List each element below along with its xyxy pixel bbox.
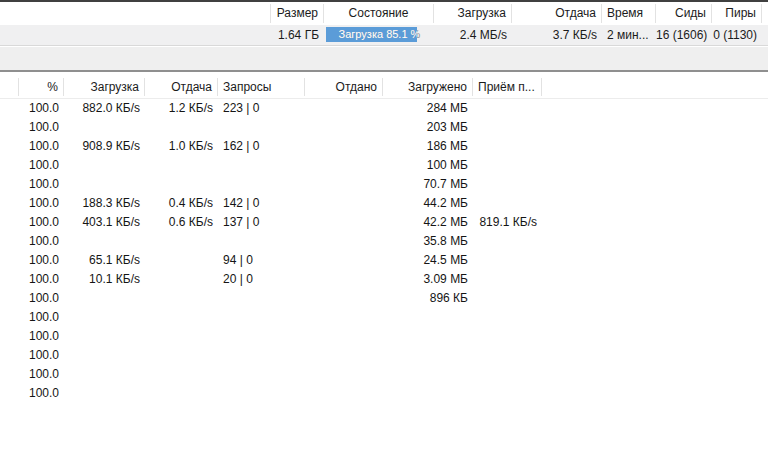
peer-download-speed-cell bbox=[64, 384, 145, 403]
peer-percent-cell: 100.0 bbox=[19, 251, 64, 270]
peer-download-speed-cell: 908.9 КБ/s bbox=[64, 137, 145, 156]
peer-row-filler bbox=[542, 175, 768, 194]
peer-downloaded-cell: 42.2 МБ bbox=[383, 213, 473, 232]
peer-row[interactable]: 100.0 bbox=[0, 365, 768, 384]
peer-download-speed-cell: 188.3 КБ/s bbox=[64, 194, 145, 213]
peer-requests-cell bbox=[218, 118, 305, 137]
peer-row-filler bbox=[542, 156, 768, 175]
peer-row-lead-cell bbox=[0, 365, 19, 384]
peer-row[interactable]: 100.0908.9 КБ/s1.0 КБ/s162 | 0186 МБ bbox=[0, 137, 768, 156]
peer-row-lead-cell bbox=[0, 213, 19, 232]
peer-upload-speed-cell bbox=[145, 346, 218, 365]
peer-column-header-downloaded[interactable]: Загружено bbox=[383, 78, 473, 96]
peer-row[interactable]: 100.010.1 КБ/s20 | 03.09 МБ bbox=[0, 270, 768, 289]
peer-upload-speed-cell bbox=[145, 308, 218, 327]
peer-row[interactable]: 100.0 bbox=[0, 346, 768, 365]
torrent-status-cell: Загрузка 85.1 % Загрузка 85.1 % bbox=[324, 25, 434, 45]
peer-dl-rate-cell bbox=[473, 384, 542, 403]
column-header-time[interactable]: Время bbox=[602, 4, 656, 23]
peer-downloaded-cell: 70.7 МБ bbox=[383, 175, 473, 194]
peer-row-lead-cell bbox=[0, 289, 19, 308]
peer-upload-speed-cell bbox=[145, 327, 218, 346]
peer-row[interactable]: 100.0100 МБ bbox=[0, 156, 768, 175]
peer-row-lead-cell bbox=[0, 194, 19, 213]
peer-row-lead-cell bbox=[0, 346, 19, 365]
peer-column-header-upload[interactable]: Отдача bbox=[145, 78, 218, 96]
peer-uploaded-cell bbox=[305, 251, 383, 270]
peer-row[interactable]: 100.0 bbox=[0, 308, 768, 327]
peer-row[interactable]: 100.0 bbox=[0, 327, 768, 346]
peer-uploaded-cell bbox=[305, 308, 383, 327]
peer-column-header-empty[interactable] bbox=[0, 78, 19, 96]
column-header-name-empty[interactable] bbox=[0, 4, 271, 23]
peer-dl-rate-cell bbox=[473, 194, 542, 213]
peer-table-header: % Загрузка Отдача Запросы Отдано Загруже… bbox=[0, 76, 768, 99]
peer-requests-cell: 162 | 0 bbox=[218, 137, 305, 156]
peer-row-filler bbox=[542, 118, 768, 137]
peer-uploaded-cell bbox=[305, 137, 383, 156]
peer-download-speed-cell bbox=[64, 327, 145, 346]
peer-downloaded-cell: 896 КБ bbox=[383, 289, 473, 308]
peer-upload-speed-cell: 0.6 КБ/s bbox=[145, 213, 218, 232]
column-header-upload[interactable]: Отдача bbox=[512, 4, 602, 23]
peer-upload-speed-cell bbox=[145, 175, 218, 194]
peer-row[interactable]: 100.065.1 КБ/s94 | 024.5 МБ bbox=[0, 251, 768, 270]
peer-requests-cell bbox=[218, 156, 305, 175]
peer-column-header-percent[interactable]: % bbox=[19, 78, 64, 96]
peer-row-filler bbox=[542, 232, 768, 251]
peer-row-lead-cell bbox=[0, 99, 19, 118]
peer-row-filler bbox=[542, 308, 768, 327]
peer-percent-cell: 100.0 bbox=[19, 137, 64, 156]
peer-row[interactable]: 100.070.7 МБ bbox=[0, 175, 768, 194]
peer-column-header-peer-dl-rate[interactable]: Приём п... bbox=[473, 78, 542, 96]
peer-requests-cell bbox=[218, 327, 305, 346]
peer-row[interactable]: 100.0403.1 КБ/s0.6 КБ/s137 | 042.2 МБ819… bbox=[0, 213, 768, 232]
peer-column-header-requests[interactable]: Запросы bbox=[218, 78, 305, 96]
peer-column-header-uploaded[interactable]: Отдано bbox=[305, 78, 383, 96]
torrent-eta-cell: 2 мин... bbox=[602, 25, 656, 45]
peer-percent-cell: 100.0 bbox=[19, 346, 64, 365]
torrent-name-cell bbox=[0, 25, 271, 45]
torrent-size-cell: 1.64 ГБ bbox=[271, 25, 324, 45]
peer-downloaded-cell: 100 МБ bbox=[383, 156, 473, 175]
peer-download-speed-cell bbox=[64, 346, 145, 365]
peer-upload-speed-cell bbox=[145, 232, 218, 251]
peer-requests-cell: 137 | 0 bbox=[218, 213, 305, 232]
peer-download-speed-cell bbox=[64, 232, 145, 251]
peer-requests-cell: 142 | 0 bbox=[218, 194, 305, 213]
peer-row-filler bbox=[542, 99, 768, 118]
peer-column-header-download[interactable]: Загрузка bbox=[64, 78, 145, 96]
peer-upload-speed-cell bbox=[145, 156, 218, 175]
column-header-status[interactable]: Состояние bbox=[324, 4, 434, 23]
peer-requests-cell bbox=[218, 308, 305, 327]
column-header-download[interactable]: Загрузка bbox=[434, 4, 512, 23]
peer-percent-cell: 100.0 bbox=[19, 270, 64, 289]
peer-row[interactable]: 100.0203 МБ bbox=[0, 118, 768, 137]
peer-downloaded-cell: 35.8 МБ bbox=[383, 232, 473, 251]
peer-uploaded-cell bbox=[305, 365, 383, 384]
peer-upload-speed-cell: 0.4 КБ/s bbox=[145, 194, 218, 213]
peer-downloaded-cell bbox=[383, 384, 473, 403]
peer-requests-cell bbox=[218, 365, 305, 384]
peer-upload-speed-cell bbox=[145, 251, 218, 270]
peer-row-filler bbox=[542, 137, 768, 156]
peer-uploaded-cell bbox=[305, 156, 383, 175]
peer-row[interactable]: 100.0896 КБ bbox=[0, 289, 768, 308]
peer-downloaded-cell: 186 МБ bbox=[383, 137, 473, 156]
peer-dl-rate-cell bbox=[473, 175, 542, 194]
peer-uploaded-cell bbox=[305, 194, 383, 213]
peer-download-speed-cell: 882.0 КБ/s bbox=[64, 99, 145, 118]
peer-row[interactable]: 100.0 bbox=[0, 384, 768, 403]
peer-row[interactable]: 100.035.8 МБ bbox=[0, 232, 768, 251]
peer-row-filler bbox=[542, 213, 768, 232]
torrent-row[interactable]: 1.64 ГБ Загрузка 85.1 % Загрузка 85.1 % … bbox=[0, 25, 768, 46]
column-header-peers[interactable]: Пиры bbox=[712, 4, 762, 23]
column-header-seeds[interactable]: Сиды bbox=[656, 4, 712, 23]
peer-percent-cell: 100.0 bbox=[19, 118, 64, 137]
peer-dl-rate-cell bbox=[473, 289, 542, 308]
peer-row[interactable]: 100.0188.3 КБ/s0.4 КБ/s142 | 044.2 МБ bbox=[0, 194, 768, 213]
peer-row-filler bbox=[542, 346, 768, 365]
list-empty-area bbox=[0, 46, 768, 70]
peer-row[interactable]: 100.0882.0 КБ/s1.2 КБ/s223 | 0284 МБ bbox=[0, 99, 768, 118]
column-header-size[interactable]: Размер bbox=[271, 4, 324, 23]
